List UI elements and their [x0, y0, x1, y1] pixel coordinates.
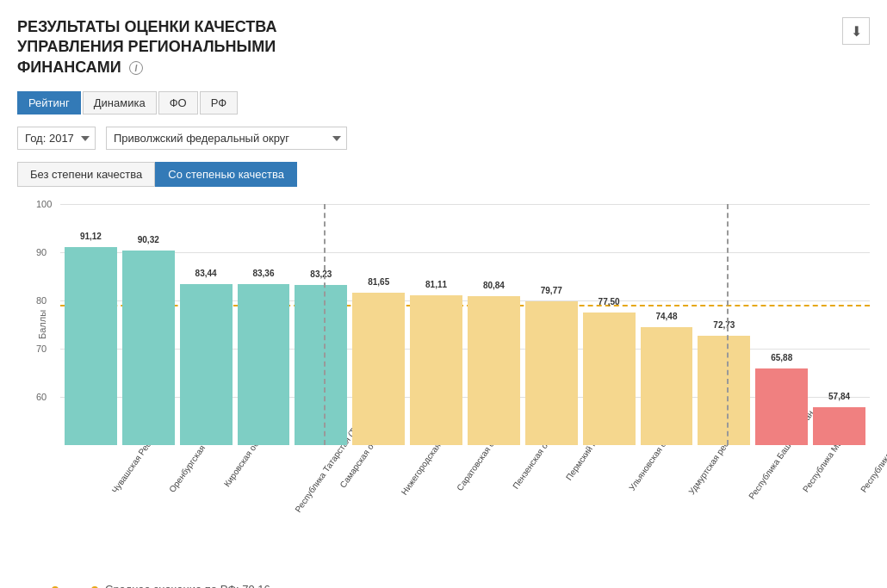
info-icon[interactable]: i	[129, 61, 143, 75]
grid-label-70: 70	[36, 344, 47, 354]
quality-btn-0[interactable]: Без степени качества	[17, 162, 155, 187]
quality-buttons: Без степени качестваСо степенью качества	[17, 162, 870, 187]
bar-10[interactable]: 74,48	[641, 327, 693, 445]
bar-value-7: 80,84	[483, 281, 505, 290]
grid-label-90: 90	[36, 247, 47, 257]
bar-value-1: 90,32	[138, 235, 159, 244]
tab-фо[interactable]: ФО	[158, 91, 198, 115]
bar-value-3: 83,36	[252, 269, 274, 278]
chart-wrapper: Баллы 6070809010091,12Чувашская Республи…	[60, 204, 870, 445]
grid-label-100: 100	[36, 199, 52, 209]
bar-3[interactable]: 83,36	[238, 284, 290, 445]
bar-11[interactable]: 72,73	[698, 336, 750, 445]
bar-9[interactable]: 77,50	[583, 313, 636, 445]
bar-12[interactable]: 65,88	[755, 368, 808, 445]
bar-value-2: 83,44	[195, 269, 217, 278]
bar-value-11: 72,73	[713, 320, 735, 330]
bar-value-8: 79,77	[541, 286, 562, 295]
bar-value-13: 57,84	[828, 392, 850, 401]
tab-рейтинг[interactable]: Рейтинг	[17, 91, 81, 115]
legend-text: Среднее значение по РФ: 79,16	[105, 583, 270, 588]
filters-bar: Год: 2017 Приволжский федеральный округ	[17, 127, 870, 150]
grid-label-60: 60	[36, 392, 47, 402]
separator	[727, 204, 729, 445]
bar-value-10: 74,48	[655, 312, 677, 321]
title-block: РЕЗУЛЬТАТЫ ОЦЕНКИ КАЧЕСТВА УПРАВЛЕНИЯ РЕ…	[17, 17, 344, 77]
grid-line-90	[60, 252, 870, 253]
bar-0[interactable]: 91,12	[65, 247, 117, 445]
bar-2[interactable]: 83,44	[180, 284, 233, 445]
bar-value-12: 65,88	[771, 353, 792, 362]
year-select[interactable]: Год: 2017	[17, 127, 96, 150]
bar-13[interactable]: 57,84	[813, 407, 865, 445]
tab-динамика[interactable]: Динамика	[83, 91, 157, 115]
tabs-bar: РейтингДинамикаФОРФ	[17, 91, 870, 115]
chart-area: 6070809010091,12Чувашская Республи...90,…	[60, 204, 870, 445]
quality-btn-1[interactable]: Со степенью качества	[155, 162, 297, 187]
y-axis-label: Баллы	[37, 310, 47, 339]
bar-5[interactable]: 81,65	[352, 293, 405, 445]
bar-4[interactable]: 83,23	[295, 285, 347, 445]
download-button[interactable]: ⬇	[842, 17, 870, 45]
bar-value-4: 83,23	[310, 269, 332, 279]
bar-6[interactable]: 81,11	[410, 295, 462, 445]
legend: Среднее значение по РФ: 79,16	[52, 583, 870, 588]
grid-label-80: 80	[36, 295, 47, 306]
bar-value-5: 81,65	[368, 277, 389, 287]
bar-8[interactable]: 79,77	[525, 301, 578, 445]
region-select[interactable]: Приволжский федеральный округ	[106, 127, 347, 150]
bar-value-6: 81,11	[425, 280, 447, 289]
bar-value-0: 91,12	[80, 232, 102, 241]
tab-рф[interactable]: РФ	[200, 91, 238, 115]
grid-line-100	[60, 204, 870, 205]
separator	[324, 204, 326, 445]
page-title: РЕЗУЛЬТАТЫ ОЦЕНКИ КАЧЕСТВА УПРАВЛЕНИЯ РЕ…	[17, 17, 344, 77]
page-header: РЕЗУЛЬТАТЫ ОЦЕНКИ КАЧЕСТВА УПРАВЛЕНИЯ РЕ…	[17, 17, 870, 77]
bar-value-9: 77,50	[599, 297, 620, 306]
bar-1[interactable]: 90,32	[122, 251, 175, 445]
bar-7[interactable]: 80,84	[468, 296, 520, 445]
